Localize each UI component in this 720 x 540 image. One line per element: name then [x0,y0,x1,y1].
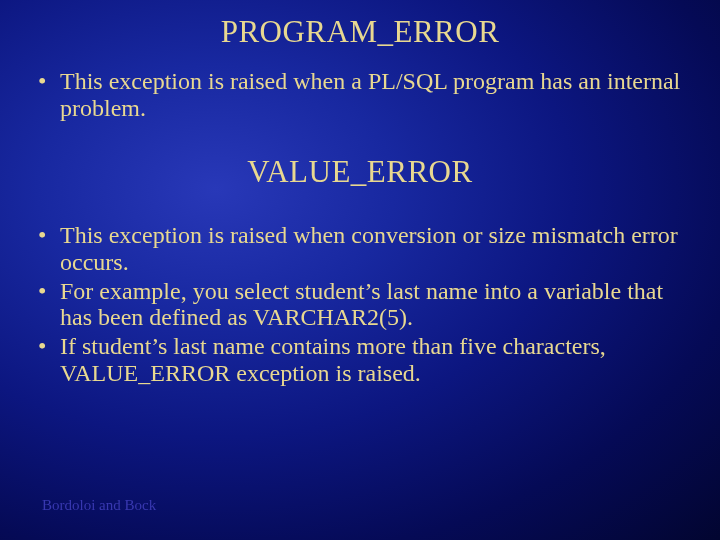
presentation-slide: PROGRAM_ERROR This exception is raised w… [0,0,720,540]
bullet-item: This exception is raised when a PL/SQL p… [32,68,690,122]
heading-program-error: PROGRAM_ERROR [30,14,690,50]
slide-footer: Bordoloi and Bock [42,497,156,514]
bullet-list-2: This exception is raised when conversion… [30,222,690,387]
bullet-item: If student’s last name contains more tha… [32,333,690,387]
bullet-item: This exception is raised when conversion… [32,222,690,276]
bullet-list-1: This exception is raised when a PL/SQL p… [30,68,690,122]
bullet-item: For example, you select student’s last n… [32,278,690,332]
heading-value-error: VALUE_ERROR [30,154,690,190]
